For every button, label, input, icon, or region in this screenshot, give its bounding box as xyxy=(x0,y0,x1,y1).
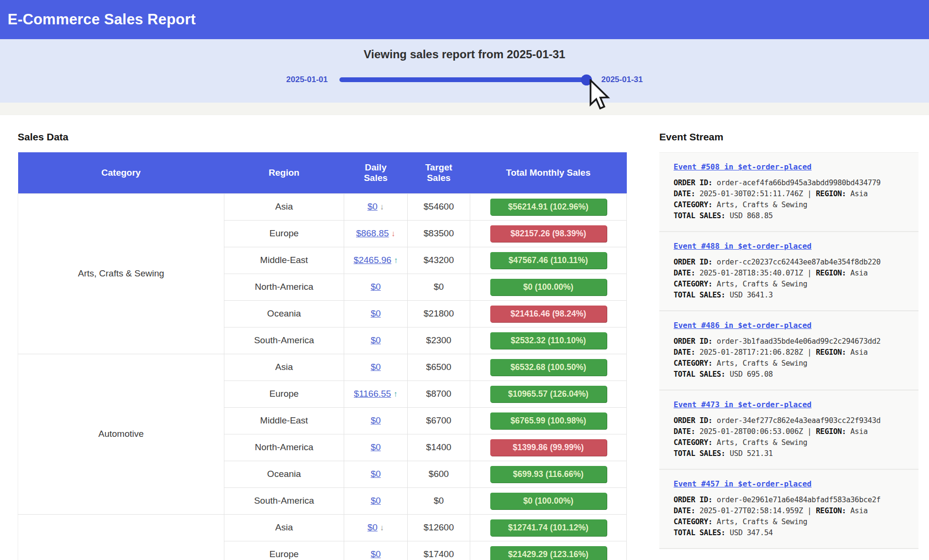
daily-sales-link[interactable]: $0 xyxy=(368,201,378,211)
daily-sales-cell: $868.85↓ xyxy=(344,220,408,247)
target-sales-cell: $83500 xyxy=(408,220,470,247)
event-stream-item: Event #457 in $et-order-placedORDER ID: … xyxy=(659,470,918,549)
target-sales-cell: $21800 xyxy=(408,300,470,327)
event-stream-heading: Event Stream xyxy=(659,131,918,143)
region-cell: South-America xyxy=(224,487,344,514)
region-cell: Asia xyxy=(224,514,344,541)
column-header-target-sales: Target Sales xyxy=(408,152,470,193)
daily-sales-link[interactable]: $0 xyxy=(370,308,380,318)
category-label: CATEGORY: xyxy=(674,518,717,526)
event-link[interactable]: Event #473 in $et-order-placed xyxy=(674,400,812,409)
table-row: Arts, Crafts & SewingAsia$0↓$54600$56214… xyxy=(18,193,627,220)
event-date-line: DATE: 2025-01-27T02:58:14.959Z | REGION:… xyxy=(674,507,913,515)
total-sales-label: TOTAL SALES: xyxy=(674,291,729,299)
event-stream-item: Event #488 in $et-order-placedORDER ID: … xyxy=(659,232,918,311)
daily-sales-cell: $0 xyxy=(344,434,408,461)
daily-sales-link[interactable]: $0 xyxy=(368,522,378,532)
event-order-id-line: ORDER ID: order-0e2961e71a6e484abfadf583… xyxy=(674,496,913,504)
date-slider-section: Viewing sales report from 2025-01-31 202… xyxy=(0,39,929,103)
total-monthly-sales-cell: $2532.32 (110.10%) xyxy=(470,327,627,354)
region-cell: Oceania xyxy=(224,300,344,327)
daily-sales-link[interactable]: $2465.96 xyxy=(354,255,391,265)
monthly-sales-badge: $2532.32 (110.10%) xyxy=(490,332,607,349)
event-category-line: CATEGORY: Arts, Crafts & Sewing xyxy=(674,201,913,209)
event-date-line: DATE: 2025-01-28T17:21:06.828Z | REGION:… xyxy=(674,348,913,357)
daily-sales-link[interactable]: $868.85 xyxy=(356,228,389,238)
region-cell: Middle-East xyxy=(224,407,344,434)
column-header-daily-sales: Daily Sales xyxy=(344,152,408,193)
order-id-label: ORDER ID: xyxy=(674,496,717,504)
event-link[interactable]: Event #508 in $et-order-placed xyxy=(674,162,812,171)
daily-sales-cell: $0 xyxy=(344,461,408,487)
date-label: DATE: xyxy=(674,348,699,357)
monthly-sales-badge: $12741.74 (101.12%) xyxy=(490,519,607,536)
daily-sales-link[interactable]: $0 xyxy=(370,549,380,559)
monthly-sales-badge: $10965.57 (126.04%) xyxy=(490,386,607,402)
slider-thumb[interactable] xyxy=(581,74,592,85)
monthly-sales-badge: $6765.99 (100.98%) xyxy=(490,412,607,429)
monthly-sales-badge: $21429.29 (123.16%) xyxy=(490,546,607,560)
slider-track[interactable] xyxy=(339,77,590,82)
trend-up-arrow-icon: ↑ xyxy=(394,256,398,265)
target-sales-cell: $6700 xyxy=(408,407,470,434)
event-total-sales-line: TOTAL SALES: USD 3641.3 xyxy=(674,291,913,299)
region-cell: Oceania xyxy=(224,461,344,487)
category-cell xyxy=(18,514,224,560)
category-label: CATEGORY: xyxy=(674,438,717,447)
total-monthly-sales-cell: $699.93 (116.66%) xyxy=(470,461,627,487)
monthly-sales-badge: $0 (100.00%) xyxy=(490,493,607,509)
main-content: Sales Data Category Region Daily Sales T… xyxy=(0,115,929,560)
order-id-label: ORDER ID: xyxy=(674,416,717,425)
event-order-id-line: ORDER ID: order-3b1faad35bde4e06ad99c2c2… xyxy=(674,337,913,346)
total-sales-label: TOTAL SALES: xyxy=(674,528,729,537)
daily-sales-cell: $0 xyxy=(344,300,408,327)
total-sales-label: TOTAL SALES: xyxy=(674,211,729,220)
sales-table-body: Arts, Crafts & SewingAsia$0↓$54600$56214… xyxy=(18,193,627,560)
daily-sales-link[interactable]: $0 xyxy=(370,442,380,452)
date-label: DATE: xyxy=(674,269,699,277)
trend-down-arrow-icon: ↓ xyxy=(391,229,396,239)
column-header-category: Category xyxy=(18,152,224,193)
region-cell: Europe xyxy=(224,220,344,247)
region-cell: Europe xyxy=(224,541,344,560)
event-link[interactable]: Event #486 in $et-order-placed xyxy=(674,321,812,330)
event-category-line: CATEGORY: Arts, Crafts & Sewing xyxy=(674,518,913,526)
event-link[interactable]: Event #457 in $et-order-placed xyxy=(674,479,812,488)
slider-min-label: 2025-01-01 xyxy=(286,75,328,85)
region-cell: North-America xyxy=(224,274,344,300)
category-cell: Automotive xyxy=(18,354,224,514)
date-slider[interactable] xyxy=(339,74,590,85)
order-id-label: ORDER ID: xyxy=(674,258,717,266)
sales-data-panel: Sales Data Category Region Daily Sales T… xyxy=(18,125,626,560)
daily-sales-link[interactable]: $0 xyxy=(370,362,380,372)
monthly-sales-badge: $47567.46 (110.11%) xyxy=(490,252,607,269)
daily-sales-link[interactable]: $0 xyxy=(370,335,380,345)
slider-heading: Viewing sales report from 2025-01-31 xyxy=(0,48,929,61)
event-date-line: DATE: 2025-01-30T02:51:11.746Z | REGION:… xyxy=(674,190,913,198)
total-monthly-sales-cell: $82157.26 (98.39%) xyxy=(470,220,627,247)
daily-sales-link[interactable]: $0 xyxy=(370,469,380,479)
target-sales-cell: $54600 xyxy=(408,193,470,220)
region-label: REGION: xyxy=(816,507,850,515)
divider-strip xyxy=(0,103,929,115)
total-monthly-sales-cell: $47567.46 (110.11%) xyxy=(470,247,627,274)
daily-sales-link[interactable]: $0 xyxy=(370,415,380,425)
daily-sales-link[interactable]: $1166.55 xyxy=(354,389,391,399)
app-header: E-Commerce Sales Report xyxy=(0,0,929,39)
daily-sales-link[interactable]: $0 xyxy=(370,496,380,506)
daily-sales-cell: $2465.96↑ xyxy=(344,247,408,274)
event-link[interactable]: Event #488 in $et-order-placed xyxy=(674,242,812,251)
daily-sales-link[interactable]: $0 xyxy=(370,282,380,292)
target-sales-cell: $17400 xyxy=(408,541,470,560)
region-cell: South-America xyxy=(224,327,344,354)
sales-data-heading: Sales Data xyxy=(18,131,626,143)
event-total-sales-line: TOTAL SALES: USD 347.54 xyxy=(674,528,913,537)
daily-sales-cell: $0↓ xyxy=(344,193,408,220)
monthly-sales-badge: $0 (100.00%) xyxy=(490,279,607,296)
region-label: REGION: xyxy=(816,427,850,436)
event-date-line: DATE: 2025-01-28T18:35:40.071Z | REGION:… xyxy=(674,269,913,277)
event-date-line: DATE: 2025-01-28T00:06:53.006Z | REGION:… xyxy=(674,427,913,436)
event-order-id-line: ORDER ID: order-acef4fa66bd945a3abdd9980… xyxy=(674,179,913,187)
daily-sales-cell: $1166.55↑ xyxy=(344,380,408,407)
order-id-label: ORDER ID: xyxy=(674,337,717,346)
